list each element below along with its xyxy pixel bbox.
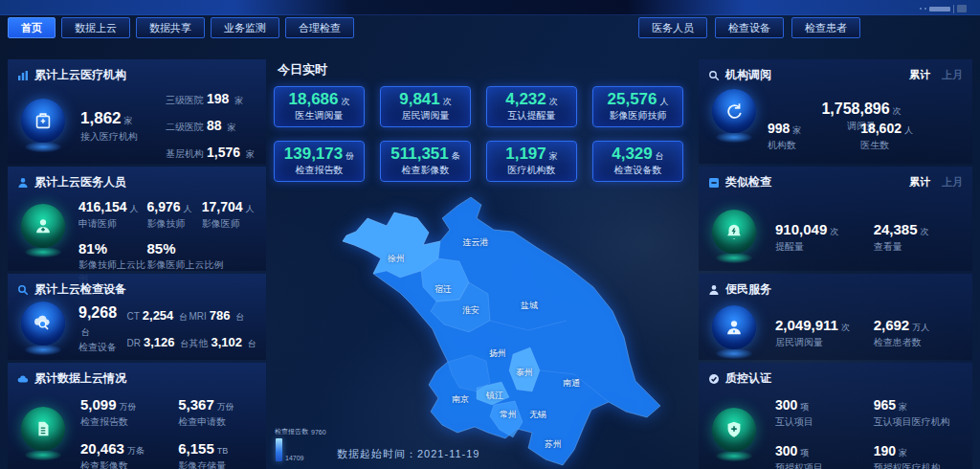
- stat-unit: 次: [342, 97, 350, 106]
- tab-medical-staff[interactable]: 医务人员: [638, 17, 707, 38]
- stat-label: 机构数: [768, 139, 860, 152]
- toggle-last-month[interactable]: 上月: [942, 68, 963, 82]
- map-city-label: 连云港: [463, 236, 489, 249]
- stat-value: 198: [207, 91, 229, 106]
- stat-unit: 家: [549, 151, 558, 161]
- stat-label: 互认项目医疗机构: [874, 415, 963, 429]
- stat-unit: 台: [81, 327, 90, 337]
- today-title: 今日实时: [278, 61, 683, 78]
- corner-logo: [920, 4, 973, 13]
- stat-label: 影像医师: [202, 217, 256, 231]
- jiangsu-map-shape[interactable]: [325, 187, 670, 469]
- stat-value: 910,049: [775, 221, 827, 237]
- stat-unit: 份: [345, 151, 354, 161]
- nav-tabs-left: 首页 数据上云 数据共享 业务监测 合理检查: [8, 17, 354, 38]
- stat-label: 检查影像数: [80, 459, 178, 469]
- data-stats: 5,099万份 检查报告数 5,367万份 检查申请数 20,463万条 检查影…: [80, 396, 256, 469]
- panel-quality-certification: 质控认证 300项 互认项目 965家 互认项目医疗机构 300项 预授权项目: [699, 363, 972, 469]
- province-map[interactable]: 徐州 连云港 宿迁 淮安 盐城 扬州 泰州 南通 南京 镇江 常州 无锡 苏州: [325, 187, 670, 469]
- map-city-label: 南京: [452, 393, 469, 406]
- map-city-label: 盐城: [521, 300, 538, 312]
- tab-exam-patients[interactable]: 检查患者: [791, 17, 860, 38]
- tab-data-share[interactable]: 数据共享: [136, 17, 205, 38]
- stat-cell: 18,602人 医生数: [860, 120, 963, 152]
- stat-unit: 条: [452, 151, 460, 161]
- toggle-cumulative[interactable]: 累计: [909, 175, 930, 190]
- stat-cell: 20,463万条 检查影像数: [80, 440, 178, 469]
- person-icon: [708, 284, 720, 296]
- stat-mutual-reminders[interactable]: 4,232次 互认提醒量: [486, 86, 577, 127]
- panel-title: 累计上云医务人员: [34, 174, 126, 190]
- stat-unit: 项: [800, 448, 809, 458]
- hospital-icon: [17, 99, 69, 154]
- right-column: 机构调阅 累计 上月 1,758,896次 调阅量 998家 机构数 18,60…: [699, 59, 972, 469]
- stat-imaging-staff[interactable]: 25,576人 影像医师技师: [592, 86, 683, 127]
- stat-value: 1,862: [80, 109, 122, 127]
- panel-title: 累计数据上云情况: [34, 370, 126, 387]
- stat-cell: 416,154人 申请医师: [78, 198, 147, 231]
- sub-stats: 998家 机构数 18,602人 医生数: [768, 120, 963, 152]
- stat-label: 检查报告数: [296, 164, 344, 177]
- panel-title: 质控认证: [725, 370, 771, 387]
- stat-label: 申请医师: [78, 217, 147, 231]
- panel-title: 累计上云医疗机构: [34, 67, 126, 83]
- stat-unit: 次: [443, 97, 452, 106]
- stat-cell: 24,385次 查看量: [874, 221, 963, 254]
- stat-cell: 6,155TB 影像存储量: [178, 440, 256, 469]
- panel-title: 类似检查: [725, 174, 771, 190]
- stat-value: 3,126: [144, 335, 175, 349]
- stat-exam-reports[interactable]: 139,173份 检查报告数: [274, 141, 365, 182]
- stat-value: 3,102: [211, 335, 242, 349]
- sub-stats: 2,049,911次 居民调阅量 2,692万人 检查患者数: [775, 317, 963, 349]
- stat-unit: 台: [656, 151, 664, 161]
- stat-unit: 人: [660, 97, 669, 106]
- stat-med-institutions[interactable]: 1,197家 医疗机构数: [486, 141, 577, 182]
- stat-value: 2,254: [143, 308, 174, 323]
- stat-cell: 190家 预授权医疗机构: [874, 442, 963, 469]
- map-city-label: 苏州: [545, 438, 562, 451]
- stat-unit: 万份: [217, 402, 234, 412]
- check-badge-icon: [708, 373, 720, 385]
- legend-title: 检查报告数: [275, 427, 308, 436]
- stat-resident-views[interactable]: 9,841次 居民调阅量: [380, 86, 471, 127]
- stat-unit: 家: [228, 123, 236, 132]
- stat-unit: 台: [236, 312, 245, 322]
- stat-unit: 家: [124, 116, 133, 125]
- stat-value: 5,099: [80, 396, 117, 413]
- stat-unit: 次: [921, 227, 929, 236]
- stat-value: 25,576: [608, 90, 657, 108]
- stat-label: 查看量: [874, 240, 963, 254]
- tab-rational-exam[interactable]: 合理检查: [285, 17, 354, 38]
- app-root: { "nav": { "left_tabs": ["首页", "数据上云", "…: [0, 0, 980, 469]
- map-city-label: 无锡: [529, 409, 546, 421]
- tab-data-cloud[interactable]: 数据上云: [61, 17, 130, 38]
- tab-business-monitor[interactable]: 业务监测: [211, 17, 279, 38]
- magnifier-icon: [17, 284, 29, 296]
- stat-value: 5,367: [178, 396, 214, 413]
- panel-title: 累计上云检查设备: [34, 281, 126, 298]
- tab-exam-devices[interactable]: 检查设备: [715, 17, 784, 38]
- stat-cell: 2,049,911次 居民调阅量: [775, 317, 874, 349]
- stat-cell: 965家 互认项目医疗机构: [874, 396, 963, 429]
- stat-value: 18,602: [860, 121, 902, 136]
- toggle-cumulative[interactable]: 累计: [909, 68, 930, 82]
- stat-unit: 家: [899, 402, 907, 412]
- map-city-label: 徐州: [388, 253, 405, 265]
- stat-exam-images[interactable]: 511,351条 检查影像数: [380, 141, 471, 182]
- stat-value: 4,232: [505, 90, 546, 108]
- tab-home[interactable]: 首页: [8, 17, 56, 38]
- toggle-last-month[interactable]: 上月: [942, 175, 963, 190]
- stat-unit: 台: [248, 339, 256, 348]
- stat-exam-devices[interactable]: 4,329台 检查设备数: [592, 141, 683, 182]
- panel-cloud-data: 累计数据上云情况 5,099万份 检查报告数 5,367万份 检查申请数 20,…: [8, 363, 266, 469]
- stat-cell: 17,704人 影像医师: [202, 198, 256, 231]
- stat-label: 检查设备数: [614, 164, 662, 177]
- panel-title: 机构调阅: [725, 67, 771, 83]
- stat-label: 检查设备: [78, 341, 122, 354]
- stat-value: 190: [874, 443, 896, 458]
- stat-doctor-views[interactable]: 18,686次 医生调阅量: [274, 86, 365, 127]
- map-city-label: 镇江: [486, 390, 503, 402]
- legend-max: 9760: [311, 429, 326, 436]
- stat-value: 24,385: [874, 221, 918, 237]
- main-stat: 9,268台 检查设备: [78, 304, 122, 354]
